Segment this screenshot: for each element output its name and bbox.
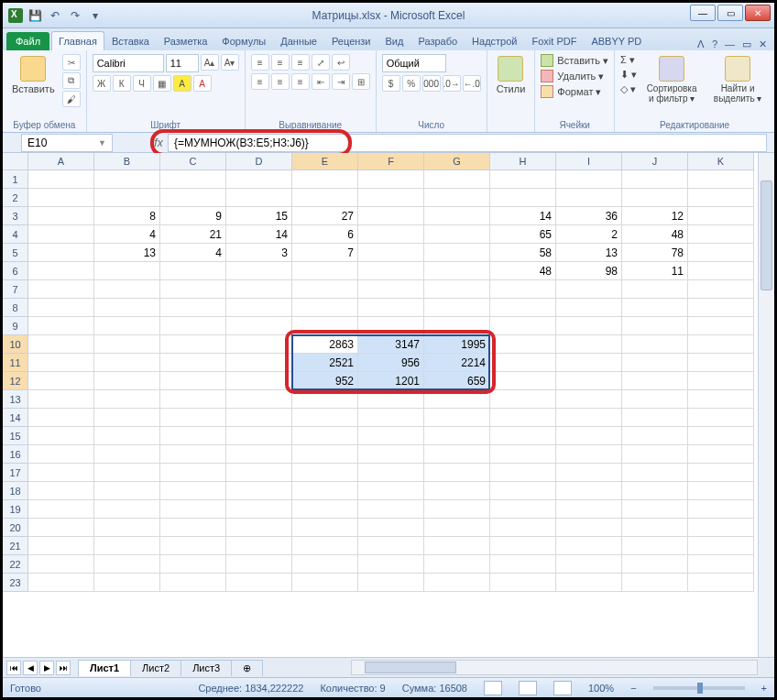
cell-C11[interactable] [160,354,226,372]
cell-G9[interactable] [424,317,490,335]
cell-H18[interactable] [490,482,556,500]
cell-B14[interactable] [94,409,160,427]
cell-I5[interactable]: 13 [556,244,622,262]
hscroll-thumb[interactable] [365,662,456,673]
cell-G19[interactable] [424,500,490,519]
cell-E1[interactable] [292,170,358,189]
cell-E3[interactable]: 27 [292,207,358,225]
cell-E18[interactable] [292,482,358,500]
cell-F7[interactable] [358,280,424,299]
tab-addins[interactable]: Надстрой [465,31,524,50]
cell-D1[interactable] [226,170,292,189]
cell-H2[interactable] [490,189,556,207]
cell-G6[interactable] [424,262,490,280]
cell-D2[interactable] [226,189,292,207]
cell-K8[interactable] [688,299,754,317]
cell-D4[interactable]: 14 [226,225,292,244]
row-header-1[interactable]: 1 [3,170,28,189]
format-painter-button[interactable]: 🖌 [62,91,81,107]
cell-K22[interactable] [688,555,754,574]
cell-A15[interactable] [28,427,94,445]
cell-F14[interactable] [358,409,424,427]
cell-D9[interactable] [226,317,292,335]
sheet-tab-1[interactable]: Лист1 [78,660,131,676]
cell-G16[interactable] [424,445,490,464]
styles-button[interactable]: Стили [493,54,530,96]
view-normal-button[interactable] [484,681,502,695]
cell-I6[interactable]: 98 [556,262,622,280]
font-name-combo[interactable] [93,54,164,72]
cell-K9[interactable] [688,317,754,335]
cell-F6[interactable] [358,262,424,280]
cell-D23[interactable] [226,574,292,592]
cell-J15[interactable] [622,427,688,445]
cell-D19[interactable] [226,500,292,519]
workbook-minimize-icon[interactable]: — [725,38,735,50]
border-button[interactable]: ▦ [153,75,171,92]
cell-J23[interactable] [622,574,688,592]
row-header-21[interactable]: 21 [3,537,28,555]
row-header-22[interactable]: 22 [3,555,28,574]
cell-E8[interactable] [292,299,358,317]
cell-E10[interactable]: 2863 [292,335,358,354]
cell-F5[interactable] [358,244,424,262]
row-header-3[interactable]: 3 [3,207,28,225]
cell-H1[interactable] [490,170,556,189]
maximize-button[interactable]: ▭ [717,5,743,21]
col-header-J[interactable]: J [622,153,688,170]
row-header-11[interactable]: 11 [3,354,28,372]
view-pagebreak-button[interactable] [553,681,572,695]
cell-H22[interactable] [490,555,556,574]
cell-F10[interactable]: 3147 [358,335,424,354]
cell-J7[interactable] [622,280,688,299]
cell-H23[interactable] [490,574,556,592]
cell-K12[interactable] [688,372,754,390]
merge-button[interactable]: ⊞ [352,73,370,90]
cell-B18[interactable] [94,482,160,500]
cell-G11[interactable]: 2214 [424,354,490,372]
cell-H10[interactable] [490,335,556,354]
cell-I22[interactable] [556,555,622,574]
cell-I13[interactable] [556,390,622,409]
number-format-combo[interactable] [382,54,446,72]
cell-K21[interactable] [688,537,754,555]
cell-J6[interactable]: 11 [622,262,688,280]
cell-F23[interactable] [358,574,424,592]
col-header-B[interactable]: B [94,153,160,170]
cell-J5[interactable]: 78 [622,244,688,262]
cell-E12[interactable]: 952 [292,372,358,390]
cell-G7[interactable] [424,280,490,299]
sheet-tab-new[interactable]: ⊕ [231,660,263,676]
cell-K19[interactable] [688,500,754,519]
cell-E19[interactable] [292,500,358,519]
row-header-8[interactable]: 8 [3,299,28,317]
cell-A22[interactable] [28,555,94,574]
cell-C17[interactable] [160,464,226,482]
cell-F1[interactable] [358,170,424,189]
cell-I16[interactable] [556,445,622,464]
row-header-19[interactable]: 19 [3,500,28,519]
cell-B19[interactable] [94,500,160,519]
cell-C21[interactable] [160,537,226,555]
insert-cells-button[interactable]: Вставить ▾ [541,54,608,67]
cell-H11[interactable] [490,354,556,372]
delete-cells-button[interactable]: Удалить ▾ [541,70,604,82]
row-header-4[interactable]: 4 [3,225,28,244]
cell-H19[interactable] [490,500,556,519]
cell-G17[interactable] [424,464,490,482]
cell-B7[interactable] [94,280,160,299]
cell-K6[interactable] [688,262,754,280]
cell-B3[interactable]: 8 [94,207,160,225]
cell-G10[interactable]: 1995 [424,335,490,354]
cell-C2[interactable] [160,189,226,207]
cell-F17[interactable] [358,464,424,482]
cell-A14[interactable] [28,409,94,427]
cell-C13[interactable] [160,390,226,409]
cell-C14[interactable] [160,409,226,427]
sort-filter-button[interactable]: Сортировка и фильтр ▾ [640,54,703,105]
row-header-15[interactable]: 15 [3,427,28,445]
col-header-A[interactable]: A [28,153,94,170]
cell-B9[interactable] [94,317,160,335]
tab-view[interactable]: Вид [378,31,411,50]
cell-A8[interactable] [28,299,94,317]
